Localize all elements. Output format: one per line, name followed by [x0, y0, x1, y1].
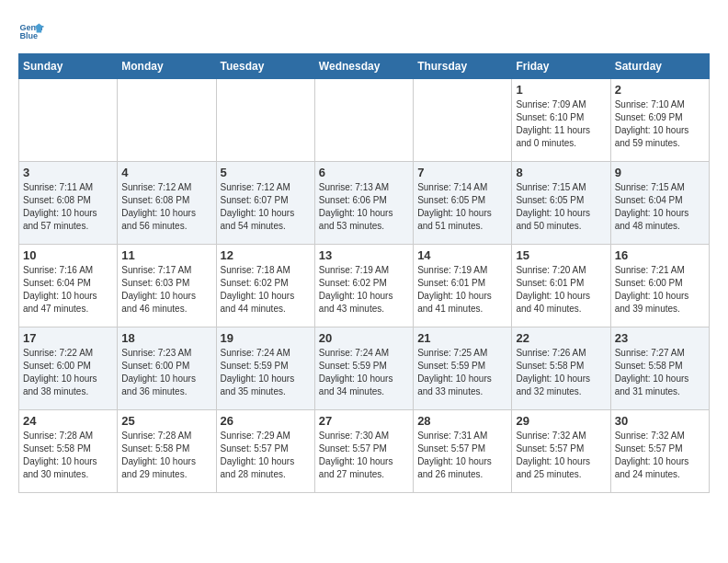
day-info: Sunrise: 7:32 AM Sunset: 5:57 PM Dayligh…	[516, 430, 606, 481]
day-number: 27	[319, 414, 409, 428]
logo-icon: General Blue	[18, 18, 44, 44]
calendar-cell: 23Sunrise: 7:27 AM Sunset: 5:58 PM Dayli…	[610, 327, 709, 410]
calendar-cell	[314, 79, 413, 162]
calendar-cell: 27Sunrise: 7:30 AM Sunset: 5:57 PM Dayli…	[314, 410, 413, 493]
day-number: 2	[615, 83, 705, 97]
day-info: Sunrise: 7:26 AM Sunset: 5:58 PM Dayligh…	[516, 347, 606, 398]
day-number: 16	[615, 248, 705, 262]
day-number: 4	[121, 166, 211, 179]
day-info: Sunrise: 7:25 AM Sunset: 5:59 PM Dayligh…	[417, 347, 507, 398]
day-info: Sunrise: 7:27 AM Sunset: 5:58 PM Dayligh…	[615, 347, 705, 398]
day-number: 18	[121, 331, 211, 345]
calendar-cell: 18Sunrise: 7:23 AM Sunset: 6:00 PM Dayli…	[118, 327, 216, 410]
calendar-cell: 28Sunrise: 7:31 AM Sunset: 5:57 PM Dayli…	[414, 410, 512, 493]
day-number: 14	[417, 248, 507, 262]
calendar-cell: 25Sunrise: 7:28 AM Sunset: 5:58 PM Dayli…	[118, 410, 216, 493]
day-info: Sunrise: 7:23 AM Sunset: 6:00 PM Dayligh…	[121, 347, 211, 398]
weekday-header-monday: Monday	[118, 54, 216, 79]
day-number: 6	[319, 166, 409, 179]
day-info: Sunrise: 7:12 AM Sunset: 6:07 PM Dayligh…	[221, 181, 311, 233]
day-number: 19	[221, 331, 311, 345]
calendar-cell: 15Sunrise: 7:20 AM Sunset: 6:01 PM Dayli…	[512, 245, 610, 327]
day-number: 25	[121, 414, 211, 428]
day-info: Sunrise: 7:24 AM Sunset: 5:59 PM Dayligh…	[319, 347, 409, 398]
calendar-cell: 30Sunrise: 7:32 AM Sunset: 5:57 PM Dayli…	[610, 410, 709, 493]
weekday-header-tuesday: Tuesday	[216, 54, 314, 79]
calendar-cell: 24Sunrise: 7:28 AM Sunset: 5:58 PM Dayli…	[19, 410, 118, 493]
day-info: Sunrise: 7:22 AM Sunset: 6:00 PM Dayligh…	[23, 347, 113, 398]
svg-text:Blue: Blue	[19, 31, 38, 40]
calendar-cell: 14Sunrise: 7:19 AM Sunset: 6:01 PM Dayli…	[414, 245, 512, 327]
day-number: 12	[221, 248, 311, 262]
day-number: 30	[615, 414, 705, 428]
calendar-cell: 3Sunrise: 7:11 AM Sunset: 6:08 PM Daylig…	[19, 162, 118, 245]
day-number: 17	[23, 331, 113, 345]
day-number: 26	[221, 414, 311, 428]
day-number: 21	[417, 331, 507, 345]
calendar-cell: 12Sunrise: 7:18 AM Sunset: 6:02 PM Dayli…	[216, 245, 314, 327]
day-info: Sunrise: 7:28 AM Sunset: 5:58 PM Dayligh…	[121, 430, 211, 481]
calendar-cell	[216, 79, 314, 162]
day-number: 1	[516, 83, 606, 97]
calendar-cell: 17Sunrise: 7:22 AM Sunset: 6:00 PM Dayli…	[19, 327, 118, 410]
weekday-header-wednesday: Wednesday	[314, 54, 413, 79]
day-number: 24	[23, 414, 113, 428]
page-header: General Blue	[18, 18, 710, 44]
day-info: Sunrise: 7:24 AM Sunset: 5:59 PM Dayligh…	[221, 347, 311, 398]
day-number: 29	[516, 414, 606, 428]
day-info: Sunrise: 7:16 AM Sunset: 6:04 PM Dayligh…	[23, 264, 113, 316]
calendar-cell: 5Sunrise: 7:12 AM Sunset: 6:07 PM Daylig…	[216, 162, 314, 245]
calendar-cell: 20Sunrise: 7:24 AM Sunset: 5:59 PM Dayli…	[314, 327, 413, 410]
day-info: Sunrise: 7:32 AM Sunset: 5:57 PM Dayligh…	[615, 430, 705, 481]
day-info: Sunrise: 7:11 AM Sunset: 6:08 PM Dayligh…	[23, 181, 113, 233]
day-number: 3	[23, 166, 113, 179]
day-info: Sunrise: 7:14 AM Sunset: 6:05 PM Dayligh…	[417, 181, 507, 233]
calendar-cell: 2Sunrise: 7:10 AM Sunset: 6:09 PM Daylig…	[610, 79, 709, 162]
weekday-header-saturday: Saturday	[610, 54, 709, 79]
calendar-cell: 10Sunrise: 7:16 AM Sunset: 6:04 PM Dayli…	[19, 245, 118, 327]
calendar-cell: 11Sunrise: 7:17 AM Sunset: 6:03 PM Dayli…	[118, 245, 216, 327]
day-number: 7	[417, 166, 507, 179]
calendar-cell: 21Sunrise: 7:25 AM Sunset: 5:59 PM Dayli…	[414, 327, 512, 410]
day-info: Sunrise: 7:28 AM Sunset: 5:58 PM Dayligh…	[23, 430, 113, 481]
calendar-cell	[414, 79, 512, 162]
weekday-header-thursday: Thursday	[414, 54, 512, 79]
calendar-cell: 13Sunrise: 7:19 AM Sunset: 6:02 PM Dayli…	[314, 245, 413, 327]
calendar-cell: 16Sunrise: 7:21 AM Sunset: 6:00 PM Dayli…	[610, 245, 709, 327]
day-info: Sunrise: 7:20 AM Sunset: 6:01 PM Dayligh…	[516, 264, 606, 316]
day-info: Sunrise: 7:21 AM Sunset: 6:00 PM Dayligh…	[615, 264, 705, 316]
day-info: Sunrise: 7:15 AM Sunset: 6:04 PM Dayligh…	[615, 181, 705, 233]
calendar-cell: 1Sunrise: 7:09 AM Sunset: 6:10 PM Daylig…	[512, 79, 610, 162]
day-info: Sunrise: 7:30 AM Sunset: 5:57 PM Dayligh…	[319, 430, 409, 481]
calendar-cell: 9Sunrise: 7:15 AM Sunset: 6:04 PM Daylig…	[610, 162, 709, 245]
calendar-cell: 4Sunrise: 7:12 AM Sunset: 6:08 PM Daylig…	[118, 162, 216, 245]
day-number: 20	[319, 331, 409, 345]
day-number: 8	[516, 166, 606, 179]
day-number: 15	[516, 248, 606, 262]
calendar-cell	[118, 79, 216, 162]
calendar-table: SundayMondayTuesdayWednesdayThursdayFrid…	[18, 53, 710, 493]
day-info: Sunrise: 7:12 AM Sunset: 6:08 PM Dayligh…	[121, 181, 211, 233]
day-number: 11	[121, 248, 211, 262]
day-info: Sunrise: 7:13 AM Sunset: 6:06 PM Dayligh…	[319, 181, 409, 233]
calendar-cell: 26Sunrise: 7:29 AM Sunset: 5:57 PM Dayli…	[216, 410, 314, 493]
day-number: 28	[417, 414, 507, 428]
day-number: 22	[516, 331, 606, 345]
day-info: Sunrise: 7:29 AM Sunset: 5:57 PM Dayligh…	[221, 430, 311, 481]
calendar-cell: 7Sunrise: 7:14 AM Sunset: 6:05 PM Daylig…	[414, 162, 512, 245]
day-info: Sunrise: 7:18 AM Sunset: 6:02 PM Dayligh…	[221, 264, 311, 316]
weekday-header-sunday: Sunday	[19, 54, 118, 79]
calendar-cell: 22Sunrise: 7:26 AM Sunset: 5:58 PM Dayli…	[512, 327, 610, 410]
calendar-cell: 8Sunrise: 7:15 AM Sunset: 6:05 PM Daylig…	[512, 162, 610, 245]
day-number: 13	[319, 248, 409, 262]
day-info: Sunrise: 7:17 AM Sunset: 6:03 PM Dayligh…	[121, 264, 211, 316]
day-number: 23	[615, 331, 705, 345]
calendar-cell: 6Sunrise: 7:13 AM Sunset: 6:06 PM Daylig…	[314, 162, 413, 245]
logo: General Blue	[18, 18, 48, 44]
day-number: 9	[615, 166, 705, 179]
calendar-cell	[19, 79, 118, 162]
day-info: Sunrise: 7:15 AM Sunset: 6:05 PM Dayligh…	[516, 181, 606, 233]
calendar-cell: 19Sunrise: 7:24 AM Sunset: 5:59 PM Dayli…	[216, 327, 314, 410]
day-info: Sunrise: 7:31 AM Sunset: 5:57 PM Dayligh…	[417, 430, 507, 481]
day-number: 5	[221, 166, 311, 179]
